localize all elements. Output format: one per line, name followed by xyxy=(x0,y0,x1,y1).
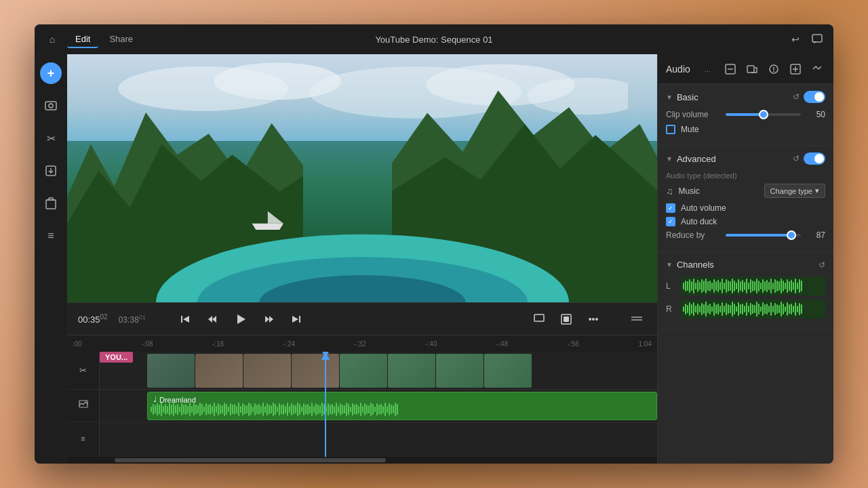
auto-volume-checkbox[interactable] xyxy=(666,203,675,213)
ruler-mark: -:24 xyxy=(283,340,295,348)
audio-clip[interactable]: ♩ Dreamland xyxy=(147,392,657,420)
svg-marker-22 xyxy=(237,314,245,324)
advanced-section-header[interactable]: ▼ Advanced ↺ xyxy=(666,152,825,165)
timeline-collapse-button[interactable] xyxy=(627,310,646,329)
svg-rect-0 xyxy=(812,35,822,42)
svg-rect-26 xyxy=(299,316,300,323)
basic-section-header[interactable]: ▼ Basic ↺ xyxy=(666,91,825,103)
sidebar-icon-import[interactable] xyxy=(40,160,62,182)
ruler-mark: -:16 xyxy=(212,340,224,348)
skip-to-end-button[interactable] xyxy=(287,310,306,329)
svg-point-38 xyxy=(773,70,774,72)
right-panel: Audio ... xyxy=(657,54,833,464)
audio-detected-label: Audio type (detected) xyxy=(666,171,825,180)
video-frame xyxy=(67,54,657,302)
channel-l-label: L xyxy=(666,281,675,291)
panel-icon-5[interactable] xyxy=(809,61,825,77)
play-button[interactable] xyxy=(230,308,252,330)
app-title: YouTube Demo: Sequence 01 xyxy=(375,35,492,45)
timeline-ruler: :00 -:08 -:16 -:24 -:32 -:40 -:48 -:56 1… xyxy=(67,336,657,352)
svg-rect-1 xyxy=(45,102,56,110)
sidebar-icon-cut[interactable]: ✂ xyxy=(40,127,62,149)
basic-section-controls: ↺ xyxy=(793,91,825,103)
music-icon: ♫ xyxy=(666,186,673,197)
right-panel-header: Audio ... xyxy=(658,54,833,84)
svg-marker-25 xyxy=(292,316,298,323)
thumbnail-3 xyxy=(243,354,291,388)
nav-share[interactable]: Share xyxy=(101,31,141,48)
advanced-reset-icon[interactable]: ↺ xyxy=(793,154,800,163)
clip-volume-slider[interactable] xyxy=(726,113,801,116)
track-tool-cut[interactable]: ✂ xyxy=(79,365,87,375)
home-button[interactable]: ⌂ xyxy=(43,30,62,49)
auto-volume-label: Auto volume xyxy=(681,203,726,213)
ruler-mark: -:32 xyxy=(355,340,366,348)
export-button[interactable] xyxy=(557,310,576,329)
clip-volume-label: Clip volume xyxy=(666,110,720,119)
main-area: + ✂ ≡ xyxy=(35,54,833,464)
sidebar-icon-list[interactable]: ≡ xyxy=(40,225,62,247)
topbar-actions: ↩ xyxy=(787,31,825,47)
advanced-chevron-icon: ▼ xyxy=(666,155,673,163)
channel-l-row: L xyxy=(666,277,825,296)
thumbnail-5 xyxy=(340,354,387,388)
thumbnail-8 xyxy=(484,354,532,388)
track-tool-text[interactable]: ≡ xyxy=(81,434,85,443)
audio-track: ♩ Dreamland xyxy=(100,390,657,422)
panel-icon-2[interactable] xyxy=(744,61,760,77)
panel-icon-3[interactable] xyxy=(766,61,782,77)
timeline-tracks: ✂ ≡ xyxy=(67,352,657,457)
thumbnail-4 xyxy=(292,354,339,388)
channels-section-controls: ↺ xyxy=(818,260,825,270)
sidebar-icon-media[interactable] xyxy=(40,95,62,117)
change-type-button[interactable]: Change type ▾ xyxy=(764,184,825,198)
panel-subtitle: ... xyxy=(705,65,711,73)
svg-marker-21 xyxy=(212,316,216,323)
skip-to-start-button[interactable] xyxy=(176,310,195,329)
nav-edit[interactable]: Edit xyxy=(67,31,98,48)
step-forward-button[interactable] xyxy=(260,310,279,329)
more-options-button[interactable]: ••• xyxy=(584,310,603,329)
basic-reset-icon[interactable]: ↺ xyxy=(793,92,800,102)
sidebar-icon-delete[interactable] xyxy=(40,192,62,214)
channels-reset-icon[interactable]: ↺ xyxy=(818,260,825,270)
add-button[interactable]: + xyxy=(40,62,62,84)
step-back-button[interactable] xyxy=(203,310,222,329)
reduce-by-row: Reduce by 87 xyxy=(666,230,825,240)
panel-icon-4[interactable] xyxy=(787,61,804,77)
auto-duck-checkbox[interactable] xyxy=(666,217,675,226)
crop-button[interactable] xyxy=(530,310,549,329)
panel-icon-1[interactable] xyxy=(722,61,738,77)
svg-marker-20 xyxy=(208,316,212,323)
channels-section: ▼ Channels ↺ L xyxy=(658,253,833,330)
auto-duck-label: Auto duck xyxy=(681,217,717,226)
ruler-mark: 1:04 xyxy=(638,340,651,348)
svg-point-2 xyxy=(49,104,53,108)
change-type-chevron-icon: ▾ xyxy=(815,186,819,195)
audio-waveform xyxy=(148,402,656,417)
audio-type-label: Music xyxy=(679,186,759,196)
advanced-toggle[interactable] xyxy=(804,152,825,165)
comment-button[interactable] xyxy=(809,31,825,47)
scrollbar-thumb[interactable] xyxy=(115,458,386,462)
svg-rect-18 xyxy=(181,316,182,323)
controls-bar: 00:3502 03:3801 xyxy=(67,302,657,335)
panel-header-icons xyxy=(722,61,825,77)
timeline-scrollbar[interactable] xyxy=(67,457,657,464)
track-tool-media[interactable] xyxy=(79,400,88,411)
left-sidebar: + ✂ ≡ xyxy=(35,54,67,464)
basic-section: ▼ Basic ↺ Clip volume 50 xyxy=(658,84,833,146)
mute-checkbox[interactable] xyxy=(666,125,675,134)
svg-rect-27 xyxy=(534,314,544,321)
video-preview xyxy=(67,54,657,302)
panel-title: Audio xyxy=(666,64,690,75)
basic-toggle[interactable] xyxy=(804,91,825,103)
timeline-area: :00 -:08 -:16 -:24 -:32 -:40 -:48 -:56 1… xyxy=(67,335,657,464)
undo-button[interactable]: ↩ xyxy=(787,31,804,47)
channels-section-header[interactable]: ▼ Channels ↺ xyxy=(666,260,825,270)
channels-section-title: ▼ Channels xyxy=(666,260,714,270)
ruler-marks: :00 -:08 -:16 -:24 -:32 -:40 -:48 -:56 1… xyxy=(73,340,652,348)
reduce-by-slider[interactable] xyxy=(726,234,801,237)
total-timecode: 03:3801 xyxy=(119,314,146,325)
timeline-playhead[interactable] xyxy=(325,352,326,457)
